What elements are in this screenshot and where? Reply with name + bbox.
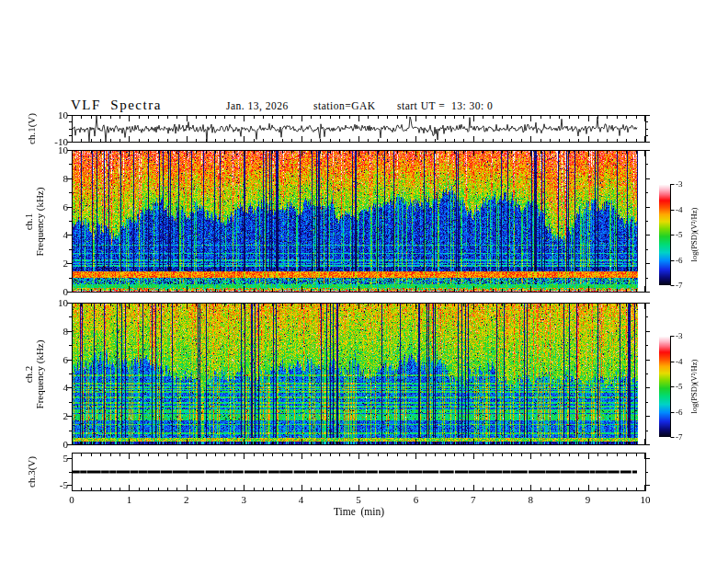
figure-title: VLF Spectra [71, 98, 162, 112]
panel-ylabel-line: ch.1(V) [26, 113, 37, 144]
y-tick-label: 0 [37, 440, 68, 450]
panel-ylabel-line: Frequency (kHz) [34, 187, 45, 256]
colorbar-title: log(PSD)(V²/Hz) [688, 360, 700, 414]
start-ut-label: start UT = 13: 30: 0 [397, 101, 493, 112]
x-axis-title: Time (min) [313, 507, 405, 518]
colorbar-tick-label: -4 [676, 206, 683, 214]
station-label: station=GAK [313, 101, 376, 112]
y-tick-label: 2 [37, 411, 68, 421]
x-tick-label: 3 [225, 495, 262, 505]
ch2-spectrogram-canvas [72, 303, 646, 445]
y-tick-label: -5 [37, 480, 68, 490]
x-tick-label: 5 [340, 495, 377, 505]
colorbar-tick-label: -6 [676, 257, 683, 265]
panel-ylabel-line: ch.2 [23, 339, 34, 408]
x-tick-label: 7 [455, 495, 492, 505]
date-label: Jan. 13, 2026 [226, 101, 289, 112]
y-tick-label: 10 [37, 145, 68, 155]
colorbar-tick-label: -4 [676, 358, 683, 366]
y-tick-label: 10 [37, 298, 68, 308]
panel-ylabel: ch.2Frequency (kHz) [23, 339, 45, 408]
colorbar-title: log(PSD)(V²/Hz) [688, 208, 700, 262]
y-tick-label: 8 [37, 327, 68, 337]
ch2-colorbar-canvas [659, 336, 670, 437]
x-tick-label: 8 [512, 495, 549, 505]
colorbar-tick-label: -3 [676, 332, 683, 340]
panel-ylabel-line: Frequency (kHz) [34, 339, 45, 408]
panel-ylabel: ch.1Frequency (kHz) [23, 187, 45, 256]
ch3-waveform-canvas [72, 453, 646, 491]
x-tick-label: 4 [283, 495, 320, 505]
y-tick-label: 5 [37, 454, 68, 464]
panel-ylabel-line: ch.3(V) [26, 456, 37, 488]
x-tick-label: 2 [168, 495, 205, 505]
y-tick-label: 0 [37, 287, 68, 297]
colorbar-tick-label: -7 [676, 282, 683, 290]
y-tick-label: 8 [37, 174, 68, 184]
x-tick-label: 0 [53, 495, 90, 505]
colorbar-tick-label: -5 [676, 383, 683, 391]
colorbar-tick-label: -6 [676, 408, 683, 417]
x-tick-label: 1 [110, 495, 147, 505]
colorbar-tick-label: -3 [676, 180, 683, 189]
colorbar-tick-label: -7 [676, 433, 683, 442]
x-tick-label: 9 [570, 495, 607, 505]
colorbar-tick-label: -5 [676, 231, 683, 239]
y-tick-label: 2 [37, 259, 68, 269]
panel-ylabel-line: ch.1 [23, 187, 34, 256]
x-tick-label: 6 [397, 495, 434, 505]
y-tick-label: 10 [37, 110, 68, 121]
ch1-waveform-canvas [72, 115, 646, 143]
ch1-colorbar-canvas [659, 184, 670, 285]
panel-ylabel: ch.3(V) [26, 456, 37, 488]
panel-ylabel: ch.1(V) [26, 113, 37, 144]
vlf-spectra-figure: VLF Spectra Jan. 13, 2026 station=GAK st… [0, 0, 728, 563]
x-tick-label: 10 [627, 495, 664, 505]
ch1-spectrogram-canvas [72, 150, 646, 293]
